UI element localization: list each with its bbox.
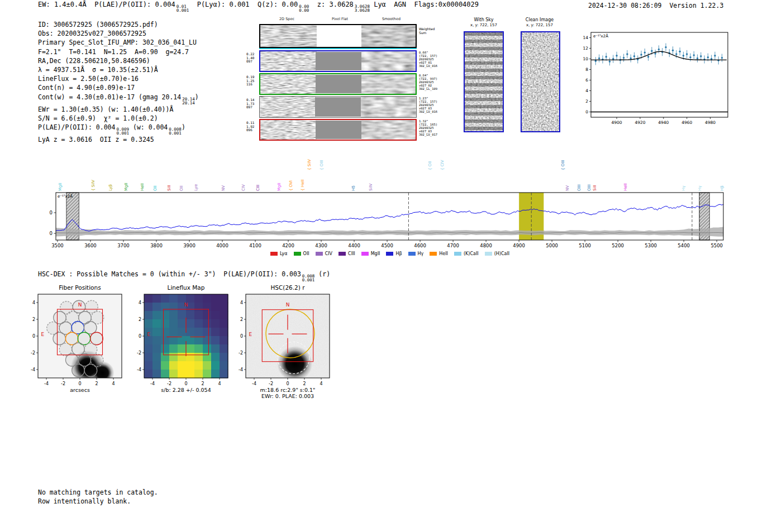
y-axis-label: e⁻¹⁷x2Å (58, 194, 73, 199)
info-line: S/N = 6.6(±0.9) χ² = 1.0(±0.2) (38, 114, 199, 123)
text-segment: ) (195, 93, 199, 101)
x-tick-label: 5500 (711, 243, 723, 248)
legend-label: Hβ (395, 251, 402, 256)
text-segment: Obs: 20200325v027_3006572925 (38, 30, 146, 37)
x-tick-label: 4200 (282, 243, 294, 248)
emission-line-label: Hδ (351, 185, 356, 191)
info-line: Cont(n) = 4.90(±0.09)e-17 (38, 83, 199, 92)
y-tick-label: 4 (139, 300, 141, 305)
spectrum-flux-line (56, 204, 723, 231)
heatmap-cell (161, 361, 170, 370)
heatmap-cell (161, 336, 170, 345)
y-tick-label: 0 (32, 334, 35, 339)
x-tick-label: 3600 (84, 243, 97, 248)
legend-label: Hγ (418, 251, 424, 256)
text-segment: RA,Dec (228.506210,50.846596) (38, 57, 150, 65)
timestamp: 2024-12-30 08:26:09 Version 1.22.3 (588, 2, 723, 9)
cutout-xlabel: arcsecs (70, 387, 90, 393)
data-point (658, 49, 660, 50)
heatmap-cell (178, 319, 187, 328)
heatmap-cell (186, 370, 195, 378)
spec2d-row (259, 96, 417, 118)
text-segment: LyA z = 3.0616 OII z = 0.3245 (38, 136, 154, 143)
emission-line-label: OII (179, 185, 184, 191)
heatmap-cell (161, 319, 170, 328)
heatmap-cell (186, 311, 195, 320)
y-tick-label: 10 (49, 210, 53, 215)
heatmap-cell (144, 336, 153, 345)
x-tick-label: 4700 (447, 243, 459, 248)
weighted-sum-panel (259, 24, 417, 48)
text-segment: S/N = 6.6(±0.9) χ² = 1.0(±0.2) (38, 114, 158, 122)
right-label-line: 302_LU_017 (419, 133, 437, 137)
data-point (630, 57, 631, 59)
heatmap-cell (152, 319, 161, 328)
fiber-circle (53, 332, 66, 345)
left-label-line: 097 (246, 60, 258, 64)
legend-label: Lyα (280, 251, 288, 256)
text-segment: P(LAE)/P(OII): 0.004 (38, 123, 115, 131)
x-tick-label: 4500 (381, 243, 393, 248)
y-tick-label: -2 (31, 351, 35, 356)
sup-sub-stack: 0.0080.001 (168, 127, 182, 135)
weighted-sum-label: WeightedSum (419, 27, 435, 35)
legend-label: HeII (439, 251, 448, 256)
spec2d-row-right-label: 1.32"(722, 165)20200325v027_03302_LU_017 (419, 120, 437, 137)
emission-line-label: NV (565, 185, 570, 191)
info-line: LineFlux = 2.50(±0.70)e-16 (38, 74, 199, 83)
with-sky-title: With Sky (456, 17, 512, 22)
data-point (679, 51, 680, 52)
heatmap-cell (194, 336, 203, 345)
header-summary-line: EW: 1.4±0.4Å P(LAE)/P(OII): 0.0040.010.0… (38, 1, 479, 12)
compass-north-label: N (286, 302, 290, 308)
with-sky-image (464, 31, 504, 132)
emission-line-label: Hγ (698, 186, 702, 191)
legend-label: (H)CaII (494, 251, 509, 256)
full-spectrum-chart: 3500360037003800390040004100420043004400… (49, 144, 731, 256)
heatmap-cell (144, 294, 153, 303)
emission-line-label: { OIII (561, 160, 565, 170)
x-tick-label: 4400 (348, 243, 360, 248)
x-tick-label: 3500 (51, 243, 64, 248)
heatmap-cell (194, 328, 203, 337)
x-tick-label: 4960 (681, 120, 692, 125)
heatmap-cell (169, 328, 178, 337)
cutout-xlabel: m:18.6 rc:2.9" s:0.1" (260, 387, 316, 393)
data-point (640, 54, 642, 55)
text-segment: z: 3.0628 (309, 1, 353, 8)
heatmap-cell (186, 353, 195, 362)
heatmap-cell (144, 370, 153, 378)
data-point (595, 60, 597, 62)
text-segment: LineFlux = 2.50(±0.70)e-16 (38, 75, 139, 83)
emission-line-label: Hβ (720, 185, 724, 191)
text-segment: (w: 0.004 (129, 123, 168, 131)
heatmap-cell (178, 361, 187, 370)
spec2d-row (259, 119, 417, 141)
x-tick-label: -2 (167, 381, 171, 386)
legend-item: Hβ (386, 251, 402, 256)
data-point (689, 56, 691, 58)
text-segment: λ = 4937.51Å σ = 10.35(±2.51)Å (38, 66, 158, 74)
sup-sub-stack: 0.000.00 (298, 4, 309, 12)
heatmap-cell (152, 344, 161, 353)
y-tick-label: 14 (583, 35, 588, 40)
cutout-xlabel: s/b: 2.28 +/- 0.054 (161, 387, 211, 393)
emission-line-label: OII (153, 185, 158, 191)
sup-sub-stack: 0.010.001 (175, 4, 189, 12)
x-tick-label: -2 (269, 381, 273, 386)
heatmap-cell (152, 336, 161, 345)
y-tick-label: 4 (32, 300, 35, 305)
x-tick-label: 3700 (117, 243, 130, 248)
fiber-circle (90, 332, 103, 345)
cyan-separator (259, 48, 417, 49)
y-tick-label: 2 (585, 99, 588, 104)
legend-label: (K)CaII (464, 251, 479, 256)
x-tick-label: 5000 (546, 243, 558, 248)
heatmap-cell (203, 328, 212, 337)
line-fit-zoom-chart: 0246810121449004920494049604980e⁻¹⁷x2Å (574, 27, 736, 128)
data-point (605, 56, 607, 57)
legend-swatch (454, 252, 461, 256)
fiber-circle (72, 364, 85, 377)
heatmap-cell (178, 328, 187, 337)
catalog-note-line: Row intentionally blank. (38, 497, 158, 506)
